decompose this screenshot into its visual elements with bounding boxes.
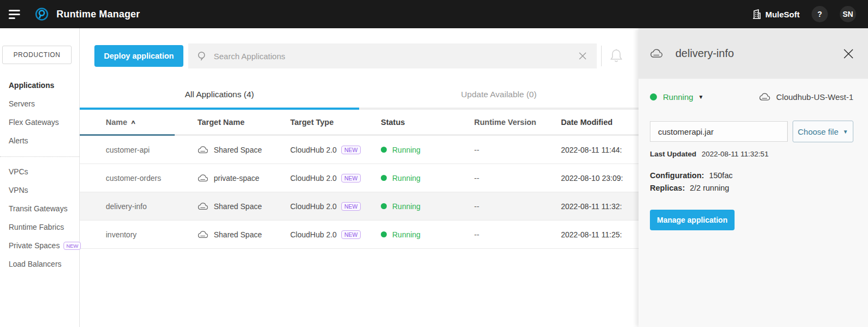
sidebar-item-vpns[interactable]: VPNs — [0, 181, 79, 199]
table-row-customer-api[interactable]: customer-apiShared SpaceCloudHub 2.0NEWR… — [80, 136, 658, 164]
cell-runtime-version: -- — [446, 221, 538, 248]
cell-status: Running — [356, 164, 446, 192]
tab-all-applications[interactable]: All Applications (4) — [80, 81, 359, 110]
sidebar-item-vpcs[interactable]: VPCs — [0, 162, 79, 181]
sidebar-nav-secondary: VPCsVPNsTransit GatewaysRuntime FabricsP… — [0, 162, 79, 273]
top-header: Runtime Manager MuleSoft ? SN — [0, 0, 868, 28]
sidebar-item-applications[interactable]: Applications — [0, 76, 79, 95]
cell-target-type: CloudHub 2.0NEW — [264, 221, 356, 248]
table-row-customer-orders[interactable]: customer-ordersprivate-spaceCloudHub 2.0… — [80, 164, 658, 192]
deployment-region: Cloudhub-US-West-1 — [759, 92, 853, 102]
replicas-label: Replicas: — [650, 184, 685, 192]
choose-file-button[interactable]: Choose file ▼ — [793, 121, 853, 142]
avatar-initials: SN — [843, 10, 853, 18]
panel-status-label: Running — [663, 92, 693, 102]
deploy-application-button[interactable]: Deploy application — [94, 45, 183, 67]
detail-panel: delivery-info Running ▼ — [639, 28, 868, 327]
sort-ascending-icon: ∧ — [130, 119, 136, 125]
application-cloud-icon — [650, 49, 663, 58]
sidebar-item-label: Alerts — [9, 136, 28, 145]
status-dot — [650, 93, 657, 100]
status-dot — [381, 231, 387, 237]
cell-target-name: Shared Space — [175, 136, 264, 163]
org-name: MuleSoft — [765, 10, 800, 19]
sidebar-item-label: VPCs — [9, 167, 28, 176]
sidebar-item-label: Transit Gateways — [9, 204, 67, 213]
organization-building-icon — [752, 9, 761, 19]
org-menu[interactable]: MuleSoft — [752, 9, 800, 19]
configuration-label: Configuration: — [650, 171, 704, 180]
target-cloud-icon — [197, 203, 208, 210]
table-row-delivery-info[interactable]: delivery-infoShared SpaceCloudHub 2.0NEW… — [80, 192, 658, 221]
sidebar-item-transit-gateways[interactable]: Transit Gateways — [0, 199, 79, 218]
sidebar-item-flex-gateways[interactable]: Flex Gateways — [0, 113, 79, 131]
cell-runtime-version: -- — [446, 192, 538, 220]
user-avatar[interactable]: SN — [840, 6, 856, 22]
column-header-status[interactable]: Status — [356, 110, 446, 136]
panel-title: delivery-info — [675, 47, 734, 60]
cell-status: Running — [356, 192, 446, 220]
clear-search-icon[interactable] — [578, 52, 587, 60]
status-dropdown-caret-icon[interactable]: ▼ — [698, 94, 704, 100]
region-name: Cloudhub-US-West-1 — [776, 92, 853, 102]
sidebar-item-runtime-fabrics[interactable]: Runtime Fabrics — [0, 218, 79, 236]
column-header-runtime-version[interactable]: Runtime Version — [446, 110, 538, 136]
cell-runtime-version: -- — [446, 136, 538, 163]
replicas-row: Replicas: 2/2 running — [650, 184, 853, 192]
cell-target-type: CloudHub 2.0NEW — [264, 136, 356, 163]
cell-target-type: CloudHub 2.0NEW — [264, 164, 356, 192]
sidebar-item-servers[interactable]: Servers — [0, 95, 79, 113]
manage-application-button[interactable]: Manage application — [650, 210, 735, 230]
choose-file-label: Choose file — [798, 127, 839, 136]
sidebar-item-label: VPNs — [9, 186, 28, 194]
sidebar-item-label: Private Spaces — [9, 241, 60, 250]
runtime-manager-logo-icon — [34, 6, 50, 22]
column-header-target-type[interactable]: Target Type — [264, 110, 356, 136]
cell-name: inventory — [80, 221, 175, 248]
help-label: ? — [818, 10, 822, 18]
cell-target-type: CloudHub 2.0NEW — [264, 192, 356, 220]
hamburger-menu-icon[interactable] — [9, 8, 22, 21]
column-header-target-name[interactable]: Target Name — [175, 110, 264, 136]
last-updated-value: 2022-08-11 11:32:51 — [701, 150, 768, 158]
environment-selector[interactable]: PRODUCTION — [2, 46, 72, 64]
detail-panel-header: delivery-info — [639, 28, 868, 79]
sidebar: PRODUCTION ApplicationsServersFlex Gatew… — [0, 28, 80, 327]
toolbar: Deploy application — [80, 43, 676, 68]
cell-name: delivery-info — [80, 192, 175, 220]
search-applications-box[interactable] — [188, 43, 597, 68]
sidebar-item-private-spaces[interactable]: Private SpacesNEW — [0, 236, 79, 255]
sidebar-nav-primary: ApplicationsServersFlex GatewaysAlerts — [0, 76, 79, 150]
artifact-filename-input[interactable]: customerapi.jar — [650, 121, 788, 142]
status-dot — [381, 147, 387, 153]
choose-file-caret-icon: ▼ — [843, 129, 848, 135]
search-input[interactable] — [214, 52, 578, 61]
sidebar-item-alerts[interactable]: Alerts — [0, 131, 79, 150]
cell-target-name: private-space — [175, 164, 264, 192]
table-header: Name∧ Target Name Target Type Status Run… — [80, 110, 658, 136]
new-badge: NEW — [63, 242, 81, 250]
sidebar-item-load-balancers[interactable]: Load Balancers — [0, 255, 79, 273]
tab-update-available[interactable]: Update Available (0) — [359, 81, 639, 110]
configuration-row: Configuration: 150fac — [650, 171, 853, 180]
table-row-inventory[interactable]: inventoryShared SpaceCloudHub 2.0NEWRunn… — [80, 221, 658, 249]
sidebar-divider — [0, 156, 79, 157]
status-dot — [381, 175, 387, 181]
sidebar-item-label: Flex Gateways — [9, 118, 59, 127]
region-cloud-icon — [759, 93, 770, 101]
sidebar-item-label: Applications — [9, 81, 54, 90]
column-header-name[interactable]: Name∧ — [80, 110, 175, 136]
target-cloud-icon — [197, 231, 208, 238]
search-icon — [197, 51, 207, 61]
last-updated-label: Last Updated — [650, 150, 697, 158]
notifications-bell-icon[interactable] — [609, 48, 623, 64]
artifact-filename: customerapi.jar — [658, 127, 714, 136]
sidebar-item-label: Runtime Fabrics — [9, 223, 64, 231]
close-panel-icon[interactable] — [843, 48, 854, 59]
replicas-value: 2/2 running — [690, 184, 730, 192]
cell-target-name: Shared Space — [175, 192, 264, 220]
help-button[interactable]: ? — [812, 6, 828, 22]
last-updated-row: Last Updated 2022-08-11 11:32:51 — [650, 150, 853, 158]
toolbar-divider — [601, 46, 602, 66]
applications-table-body: customer-apiShared SpaceCloudHub 2.0NEWR… — [80, 136, 658, 249]
